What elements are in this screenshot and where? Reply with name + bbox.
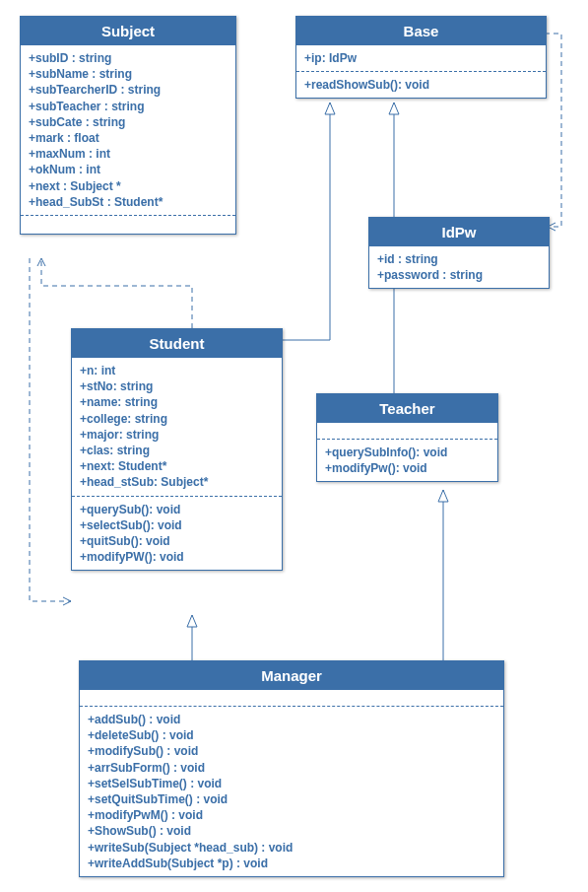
methods-empty [21,215,235,234]
class-title: IdPw [369,218,549,246]
methods: +querySubInfo(): void +modifyPw(): void [317,439,497,481]
methods: +readShowSub(): void [296,71,546,98]
attrs-empty [317,423,497,439]
methods: +querySub(): void +selectSub(): void +qu… [72,496,282,571]
class-title: Student [72,329,282,358]
class-title: Teacher [317,394,497,423]
attrs: +subID : string +subName : string +subTe… [21,45,235,215]
class-subject: Subject +subID : string +subName : strin… [20,16,236,235]
methods: +addSub() : void +deleteSub() : void +mo… [80,706,503,876]
attrs: +id : string +password : string [369,246,549,288]
attrs: +n: int +stNo: string +name: string +col… [72,358,282,496]
class-student: Student +n: int +stNo: string +name: str… [71,328,283,571]
class-title: Base [296,17,546,45]
class-title: Manager [80,661,503,690]
class-idpw: IdPw +id : string +password : string [368,217,550,289]
attrs: +ip: IdPw [296,45,546,71]
class-base: Base +ip: IdPw +readShowSub(): void [295,16,547,99]
class-teacher: Teacher +querySubInfo(): void +modifyPw(… [316,393,498,482]
attrs-empty [80,690,503,706]
class-title: Subject [21,17,235,45]
class-manager: Manager +addSub() : void +deleteSub() : … [79,660,504,877]
